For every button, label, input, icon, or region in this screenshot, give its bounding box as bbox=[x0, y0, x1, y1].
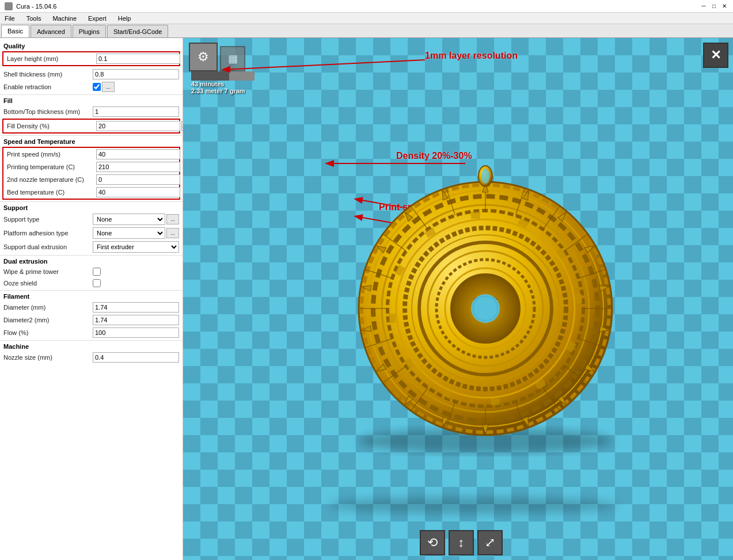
layer-height-row: Layer height (mm) bbox=[3, 52, 179, 65]
print-head-btn[interactable]: ⚙ bbox=[189, 43, 218, 71]
fill-density-input[interactable] bbox=[96, 121, 180, 131]
wipe-prime-row: Wipe & prime tower bbox=[0, 266, 183, 277]
shell-thickness-row: Shell thickness (mm) bbox=[0, 68, 183, 81]
machine-header: Machine bbox=[0, 340, 183, 351]
tab-plugins[interactable]: Plugins bbox=[73, 25, 106, 37]
print-speed-input[interactable] bbox=[96, 149, 180, 159]
nozzle2-temp-input[interactable] bbox=[96, 174, 180, 185]
progress-bar-inner bbox=[191, 71, 229, 81]
tab-advanced[interactable]: Advanced bbox=[31, 25, 71, 37]
fill-density-label: Fill Density (%) bbox=[7, 123, 96, 129]
support-dual-label: Support dual extrusion bbox=[3, 243, 93, 250]
layer-height-input[interactable] bbox=[96, 54, 180, 64]
bottom-btn-3[interactable]: ⤢ bbox=[477, 530, 503, 555]
flow-label: Flow (%) bbox=[3, 329, 93, 336]
dual-extrusion-header: Dual extrusion bbox=[0, 255, 183, 266]
bed-temp-row: Bed temperature (C) bbox=[3, 186, 179, 199]
menu-tools[interactable]: Tools bbox=[24, 15, 44, 22]
bottom-btn-1[interactable]: ⟲ bbox=[420, 530, 445, 555]
support-header: Support bbox=[0, 201, 183, 212]
menu-machine[interactable]: Machine bbox=[50, 15, 79, 22]
fill-density-row: Fill Density (%) ... bbox=[3, 120, 179, 132]
flow-row: Flow (%) bbox=[0, 326, 183, 339]
print-speed-label: Print speed (mm/s) bbox=[7, 151, 96, 158]
wipe-prime-checkbox[interactable] bbox=[93, 268, 101, 276]
platform-adhesion-btn[interactable]: ... bbox=[166, 228, 179, 238]
bed-temp-input[interactable] bbox=[96, 187, 180, 197]
diameter2-row: Diameter2 (mm) bbox=[0, 314, 183, 326]
diameter-label: Diameter (mm) bbox=[3, 304, 93, 311]
enable-retraction-checkbox[interactable] bbox=[93, 83, 101, 91]
print-layer-btn[interactable]: ▦ bbox=[220, 46, 245, 71]
bottom-btn-2-icon: ↕ bbox=[458, 535, 464, 550]
menu-bar: File Tools Machine Expert Help bbox=[0, 13, 733, 24]
tab-startend-gcode[interactable]: Start/End-GCode bbox=[107, 25, 168, 37]
svg-rect-74 bbox=[389, 314, 396, 323]
filament-header: Filament bbox=[0, 290, 183, 301]
quality-header: Quality bbox=[0, 40, 183, 51]
diameter2-input[interactable] bbox=[93, 315, 179, 325]
bottom-top-thickness-input[interactable] bbox=[93, 106, 179, 117]
menu-expert[interactable]: Expert bbox=[86, 15, 109, 22]
tab-bar: Basic Advanced Plugins Start/End-GCode bbox=[0, 24, 733, 38]
layer-height-label: Layer height (mm) bbox=[7, 55, 96, 62]
support-type-select[interactable]: None Touching buildplate Everywhere bbox=[93, 214, 165, 225]
platform-shadow bbox=[329, 497, 617, 514]
view-toolbar[interactable]: ✕ bbox=[703, 43, 728, 68]
platform-adhesion-select[interactable]: None Brim Raft bbox=[93, 227, 165, 239]
tab-basic[interactable]: Basic bbox=[1, 25, 29, 37]
nozzle2-temp-label: 2nd nozzle temperature (C) bbox=[7, 176, 96, 183]
support-type-row: Support type None Touching buildplate Ev… bbox=[0, 212, 183, 226]
app-title: Cura - 15.04.6 bbox=[16, 3, 56, 10]
print-temp-input[interactable] bbox=[96, 162, 180, 172]
title-bar: Cura - 15.04.6 ─ □ ✕ bbox=[0, 0, 733, 13]
enable-retraction-row: Enable retraction ... bbox=[0, 81, 183, 93]
close-button[interactable]: ✕ bbox=[720, 2, 728, 10]
ooze-shield-checkbox[interactable] bbox=[93, 279, 101, 287]
shell-thickness-label: Shell thickness (mm) bbox=[3, 71, 93, 78]
platform-adhesion-row: Platform adhesion type None Brim Raft ..… bbox=[0, 226, 183, 240]
annotation-layer: 1mm layer resolution bbox=[425, 51, 518, 61]
nozzle2-temp-row: 2nd nozzle temperature (C) bbox=[3, 173, 179, 186]
ooze-shield-row: Ooze shield bbox=[0, 277, 183, 289]
bottom-toolbar: ⟲ ↕ ⤢ bbox=[420, 530, 503, 555]
svg-rect-65 bbox=[471, 212, 480, 219]
ooze-shield-label: Ooze shield bbox=[3, 280, 93, 287]
print-speed-row: Print speed (mm/s) bbox=[3, 148, 179, 161]
minimize-button[interactable]: ─ bbox=[700, 2, 708, 10]
menu-help[interactable]: Help bbox=[116, 15, 134, 22]
annotation-density: Density 20%-30% bbox=[396, 151, 472, 161]
print-time: 43 minutes bbox=[191, 81, 255, 87]
support-type-label: Support type bbox=[3, 216, 93, 223]
svg-point-64 bbox=[481, 169, 489, 184]
svg-point-44 bbox=[474, 297, 497, 320]
flow-input[interactable] bbox=[93, 327, 179, 338]
maximize-button[interactable]: □ bbox=[710, 2, 718, 10]
platform-adhesion-label: Platform adhesion type bbox=[3, 230, 93, 237]
app-icon bbox=[5, 2, 13, 10]
diameter2-label: Diameter2 (mm) bbox=[3, 317, 93, 323]
enable-retraction-label: Enable retraction bbox=[3, 83, 93, 90]
bottom-btn-2[interactable]: ↕ bbox=[449, 530, 474, 555]
fill-header: Fill bbox=[0, 94, 183, 105]
left-panel: Quality Layer height (mm) Shell thicknes… bbox=[0, 38, 183, 560]
speed-temp-header: Speed and Temperature bbox=[0, 135, 183, 146]
enable-retraction-btn[interactable]: ... bbox=[102, 82, 115, 92]
nozzle-size-input[interactable] bbox=[93, 352, 179, 363]
3d-model bbox=[336, 165, 635, 464]
menu-file[interactable]: File bbox=[2, 15, 17, 22]
svg-rect-71 bbox=[491, 398, 500, 405]
diameter-input[interactable] bbox=[93, 302, 179, 313]
shell-thickness-input[interactable] bbox=[93, 69, 179, 79]
bottom-btn-3-icon: ⤢ bbox=[485, 535, 495, 550]
svg-rect-68 bbox=[575, 294, 582, 303]
progress-area: 43 minutes 2.33 meter 7 gram bbox=[191, 71, 255, 94]
bed-temp-label: Bed temperature (C) bbox=[7, 189, 96, 196]
print-toolbar: ⚙ ▦ bbox=[189, 43, 245, 71]
wipe-prime-label: Wipe & prime tower bbox=[3, 268, 93, 275]
progress-bar-outer bbox=[191, 71, 255, 81]
support-dual-select[interactable]: First extruder Second extruder bbox=[93, 241, 179, 253]
print-temp-label: Printing temperature (C) bbox=[7, 163, 96, 170]
print-temp-row: Printing temperature (C) bbox=[3, 161, 179, 173]
support-type-btn[interactable]: ... bbox=[166, 214, 179, 224]
